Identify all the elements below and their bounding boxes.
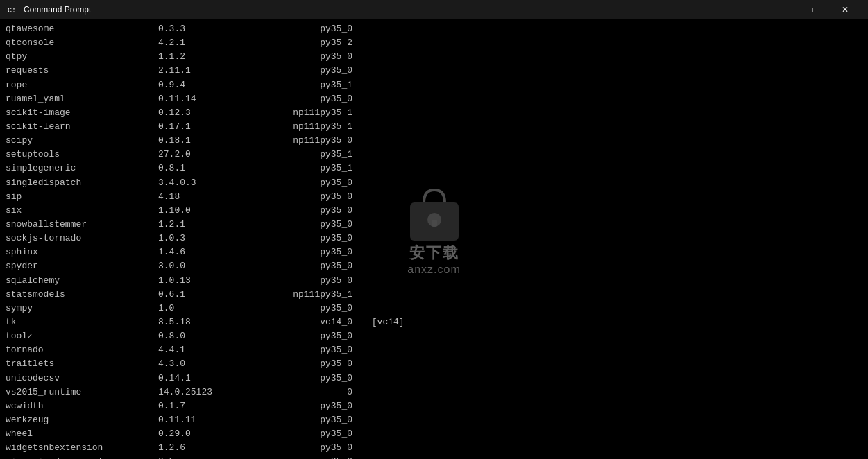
table-row: sympy1.0py35_0 [6,302,862,315]
pkg-build: np111py35_1 [241,120,366,134]
table-row: sphinx1.4.6py35_0 [6,245,862,259]
pkg-version: 0.8.1 [158,162,241,175]
pkg-version: 4.4.1 [158,343,241,357]
table-row: sqlalchemy1.0.13py35_0 [6,274,862,288]
pkg-name: sphinx [6,245,158,259]
pkg-build: py35_0 [241,190,366,204]
pkg-build: py35_0 [241,329,366,343]
pkg-name: setuptools [6,148,158,162]
table-row: werkzeug0.11.11py35_0 [6,413,862,427]
table-row: win_unicode_console0.5py35_0 [6,455,862,459]
pkg-version: 0.11.11 [158,413,241,427]
table-row: unicodecsv0.14.1py35_0 [6,372,862,386]
pkg-name: rope [6,78,158,92]
pkg-name: qtawesome [6,22,158,36]
pkg-name: singledispatch [6,176,158,190]
pkg-version: 0.18.1 [158,134,241,148]
pkg-name: tornado [6,343,158,357]
pkg-name: sqlalchemy [6,274,158,288]
pkg-build: py35_1 [241,148,366,162]
pkg-version: 8.5.18 [158,315,241,329]
pkg-build: np111py35_1 [241,288,366,302]
pkg-name: wheel [6,427,158,441]
table-row: qtawesome0.3.3py35_0 [6,22,862,36]
pkg-name: six [6,204,158,218]
pkg-version: 0.14.1 [158,372,241,386]
pkg-build: np111py35_0 [241,134,366,148]
pkg-version: 0.11.14 [158,92,241,106]
pkg-version: 0.1.7 [158,399,241,413]
pkg-build: py35_0 [241,176,366,190]
pkg-version: 0.12.3 [158,106,241,120]
table-row: widgetsnbextension1.2.6py35_0 [6,441,862,455]
pkg-build: py35_0 [241,302,366,315]
pkg-version: 1.2.6 [158,441,241,455]
pkg-name: tk [6,315,158,329]
pkg-name: werkzeug [6,413,158,427]
pkg-version: 1.0 [158,302,241,315]
pkg-version: 0.6.1 [158,288,241,302]
pkg-build: py35_0 [241,343,366,357]
minimize-button[interactable]: ─ [760,0,792,19]
pkg-build: py35_0 [241,274,366,288]
table-row: scikit-image0.12.3np111py35_1 [6,106,862,120]
pkg-name: widgetsnbextension [6,441,158,455]
pkg-version: 1.2.1 [158,218,241,232]
title-bar: C: Command Prompt ─ □ ✕ [0,0,868,19]
terminal-body[interactable]: qtawesome0.3.3py35_0qtconsole4.2.1py35_2… [0,19,868,459]
pkg-version: 3.0.0 [158,259,241,273]
pkg-version: 0.17.1 [158,120,241,134]
pkg-build: py35_0 [241,399,366,413]
table-row: setuptools27.2.0py35_1 [6,148,862,162]
pkg-version: 0.29.0 [158,427,241,441]
pkg-version: 1.10.0 [158,204,241,218]
svg-text:C:: C: [8,7,16,15]
pkg-build: py35_0 [241,204,366,218]
table-row: simplegeneric0.8.1py35_1 [6,162,862,175]
close-button[interactable]: ✕ [829,0,861,19]
pkg-version: 4.18 [158,190,241,204]
pkg-build: np111py35_1 [241,106,366,120]
window-title: Command Prompt [24,5,91,15]
pkg-name: qtconsole [6,36,158,50]
pkg-version: 1.0.13 [158,274,241,288]
pkg-name: toolz [6,329,158,343]
pkg-version: 14.0.25123 [158,386,241,399]
pkg-build: py35_0 [241,427,366,441]
pkg-name: sympy [6,302,158,315]
pkg-name: vs2015_runtime [6,386,158,399]
table-row: sockjs-tornado1.0.3py35_0 [6,232,862,245]
table-row: qtconsole4.2.1py35_2 [6,36,862,50]
table-row: six1.10.0py35_0 [6,204,862,218]
pkg-extra: [vc14] [366,315,405,329]
pkg-build: py35_0 [241,413,366,427]
table-row: snowballstemmer1.2.1py35_0 [6,218,862,232]
pkg-name: sip [6,190,158,204]
pkg-build: py35_0 [241,64,366,78]
pkg-name: spyder [6,259,158,273]
table-row: toolz0.8.0py35_0 [6,329,862,343]
pkg-build: py35_0 [241,22,366,36]
title-bar-left: C: Command Prompt [7,4,91,15]
table-row: scipy0.18.1np111py35_0 [6,134,862,148]
pkg-name: sockjs-tornado [6,232,158,245]
pkg-name: scikit-learn [6,120,158,134]
pkg-build: py35_0 [241,92,366,106]
maximize-button[interactable]: □ [794,0,826,19]
pkg-build: py35_0 [241,455,366,459]
pkg-version: 0.8.0 [158,329,241,343]
pkg-name: scikit-image [6,106,158,120]
table-row: traitlets4.3.0py35_0 [6,357,862,371]
pkg-version: 0.3.3 [158,22,241,36]
table-row: qtpy1.1.2py35_0 [6,50,862,64]
pkg-build: 0 [241,386,366,399]
pkg-name: scipy [6,134,158,148]
pkg-name: wcwidth [6,399,158,413]
table-row: requests2.11.1py35_0 [6,64,862,78]
pkg-version: 0.9.4 [158,78,241,92]
pkg-name: simplegeneric [6,162,158,175]
title-bar-controls: ─ □ ✕ [760,0,861,19]
table-row: statsmodels0.6.1np111py35_1 [6,288,862,302]
table-row: vs2015_runtime14.0.251230 [6,386,862,399]
cmd-icon: C: [7,4,18,15]
